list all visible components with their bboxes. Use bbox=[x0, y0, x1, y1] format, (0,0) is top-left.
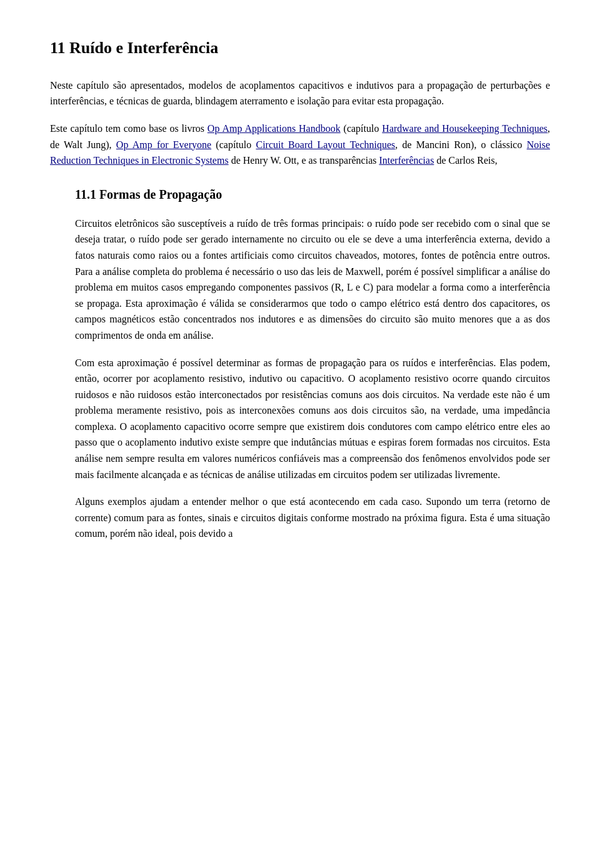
books-middle4: , de Mancini Ron), o clássico bbox=[395, 139, 526, 150]
section1-paragraph1: Circuitos eletrônicos são susceptíveis a… bbox=[75, 216, 550, 344]
book2-link[interactable]: Op Amp for Everyone bbox=[116, 139, 211, 150]
book1-chapter-link[interactable]: Hardware and Housekeeping Techniques bbox=[382, 123, 548, 134]
books-paragraph: Este capítulo tem como base os livros Op… bbox=[50, 121, 550, 169]
section1-name: Formas de Propagação bbox=[99, 187, 222, 201]
chapter-title: 11 Ruído e Interferência bbox=[50, 37, 550, 59]
books-middle5: de Henry W. Ott, e as transparências bbox=[229, 155, 379, 166]
section1-paragraph3: Alguns exemplos ajudam a entender melhor… bbox=[75, 494, 550, 542]
books-middle3: (capítulo bbox=[211, 139, 256, 150]
intro-paragraph: Neste capítulo são apresentados, modelos… bbox=[50, 77, 550, 109]
books-end: de Carlos Reis, bbox=[434, 155, 497, 166]
book1-link[interactable]: Op Amp Applications Handbook bbox=[208, 123, 341, 134]
book2-chapter-link[interactable]: Circuit Board Layout Techniques bbox=[256, 139, 395, 150]
section1-title: 11.1 Formas de Propagação bbox=[75, 187, 550, 202]
page-container: 11 Ruído e Interferência Neste capítulo … bbox=[0, 0, 600, 591]
section1-number: 11.1 bbox=[75, 187, 96, 201]
book4-link[interactable]: Interferências bbox=[379, 155, 434, 166]
section1-paragraph2: Com esta aproximação é possível determin… bbox=[75, 355, 550, 483]
books-middle1: (capítulo bbox=[341, 123, 382, 134]
books-prefix: Este capítulo tem como base os livros bbox=[50, 123, 208, 134]
